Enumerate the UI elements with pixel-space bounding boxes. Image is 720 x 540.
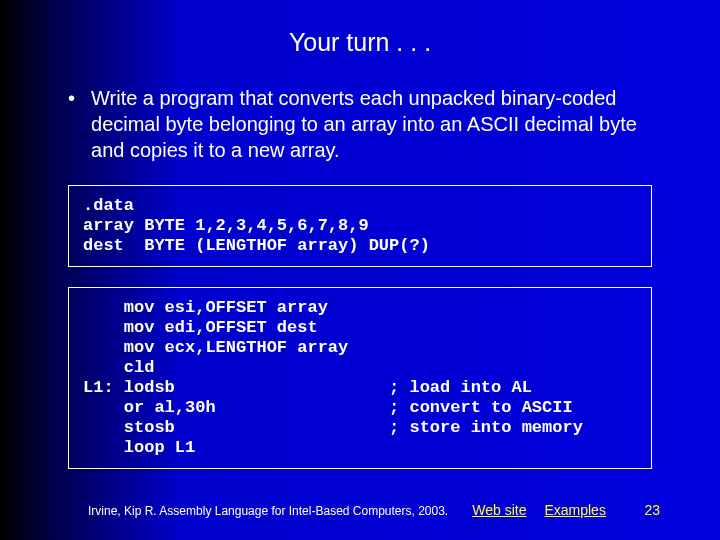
bullet-item: • Write a program that converts each unp…: [60, 85, 660, 163]
code-block-data: .data array BYTE 1,2,3,4,5,6,7,8,9 dest …: [68, 185, 652, 267]
examples-link[interactable]: Examples: [544, 502, 605, 518]
citation-text: Irvine, Kip R. Assembly Language for Int…: [88, 504, 448, 518]
slide-content: • Write a program that converts each unp…: [0, 57, 720, 469]
slide-title: Your turn . . .: [0, 0, 720, 57]
bullet-text: Write a program that converts each unpac…: [91, 85, 660, 163]
bullet-marker: •: [68, 85, 75, 111]
website-link[interactable]: Web site: [472, 502, 526, 518]
footer-links: Web site Examples: [472, 502, 606, 518]
code-block-program: mov esi,OFFSET array mov edi,OFFSET dest…: [68, 287, 652, 469]
slide-footer: Irvine, Kip R. Assembly Language for Int…: [0, 502, 720, 518]
page-number: 23: [644, 502, 660, 518]
